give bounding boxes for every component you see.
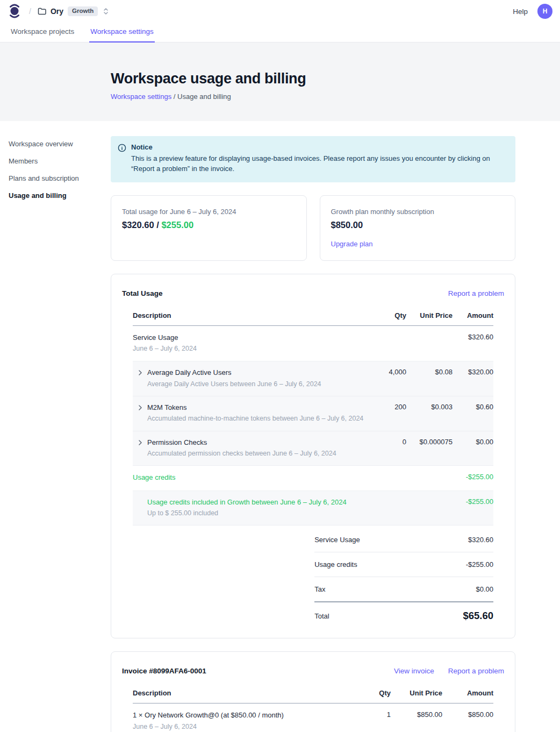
workspace-switcher[interactable]: Ory Growth xyxy=(38,6,109,16)
table-row-service-usage: Service Usage June 6 – July 6, 2024 $320… xyxy=(133,326,493,362)
workspace-tabs: Workspace projects Workspace settings xyxy=(0,23,560,42)
usage-table-header: Description Qty Unit Price Amount xyxy=(133,311,493,326)
chevron-updown-icon xyxy=(103,8,109,15)
usage-credit-value: $255.00 xyxy=(161,220,193,230)
panel-title: Total Usage xyxy=(122,289,163,297)
summary-row-tax: Tax $0.00 xyxy=(314,577,493,602)
summary-row-usage-credits: Usage credits -$255.00 xyxy=(314,552,493,577)
breadcrumb-current: Usage and billing xyxy=(177,93,231,101)
notice-body: This is a preview feature for displaying… xyxy=(131,154,507,174)
summary-row-service-usage: Service Usage $320.60 xyxy=(314,528,493,552)
table-row-m2m-tokens: M2M Tokens Accumulated machine-to-machin… xyxy=(133,396,493,431)
info-icon xyxy=(118,143,126,174)
subscription-label: Growth plan monthly subscription xyxy=(331,208,505,216)
preview-notice: Notice This is a preview feature for dis… xyxy=(111,136,515,182)
folder-icon xyxy=(38,8,46,15)
breadcrumb-separator: / xyxy=(174,93,177,101)
usage-summary: Service Usage $320.60 Usage credits -$25… xyxy=(314,528,493,624)
total-usage-card: Total usage for June 6 – July 6, 2024 $3… xyxy=(111,195,307,261)
sidebar-item-plans-subscription[interactable]: Plans and subscription xyxy=(9,174,105,184)
total-usage-label: Total usage for June 6 – July 6, 2024 xyxy=(122,208,296,216)
main-content: Notice This is a preview feature for dis… xyxy=(111,136,515,732)
total-usage-value: $320.60 / $255.00 xyxy=(122,220,296,230)
total-usage-panel: Total Usage Report a problem Description… xyxy=(111,274,515,639)
help-link[interactable]: Help xyxy=(513,8,528,16)
table-row-usage-credits: Usage credits -$255.00 xyxy=(133,466,493,491)
top-bar: / Ory Growth Help H xyxy=(0,0,560,23)
breadcrumb-separator: / xyxy=(29,7,31,16)
report-problem-link[interactable]: Report a problem xyxy=(448,667,504,675)
invoice-title: Invoice #8099AFA6-0001 xyxy=(122,667,206,675)
ory-logo-icon[interactable] xyxy=(8,3,21,19)
settings-sidenav: Workspace overview Members Plans and sub… xyxy=(0,136,111,732)
tab-workspace-settings[interactable]: Workspace settings xyxy=(89,23,155,42)
sidebar-item-workspace-overview[interactable]: Workspace overview xyxy=(9,139,105,150)
page-title: Workspace usage and billing xyxy=(111,70,560,87)
breadcrumb-settings-link[interactable]: Workspace settings xyxy=(111,93,171,101)
upgrade-plan-link[interactable]: Upgrade plan xyxy=(331,240,373,248)
invoice-panel: Invoice #8099AFA6-0001 View invoice Repo… xyxy=(111,651,515,732)
tab-workspace-projects[interactable]: Workspace projects xyxy=(10,23,75,42)
report-problem-link[interactable]: Report a problem xyxy=(448,289,504,297)
breadcrumb: Workspace settings / Usage and billing xyxy=(111,93,560,101)
table-row-average-daily-active-users: Average Daily Active Users Average Daily… xyxy=(133,361,493,396)
expand-chevron-icon[interactable] xyxy=(133,368,147,389)
avatar[interactable]: H xyxy=(537,4,552,19)
sidebar-item-usage-billing[interactable]: Usage and billing xyxy=(9,191,105,201)
table-row-permission-checks: Permission Checks Accumulated permission… xyxy=(133,431,493,466)
sidebar-item-members[interactable]: Members xyxy=(9,157,105,167)
expand-chevron-icon[interactable] xyxy=(133,438,147,459)
page-header: Workspace usage and billing Workspace se… xyxy=(0,42,560,121)
workspace-plan-badge: Growth xyxy=(68,6,98,16)
invoice-table-header: Description Qty Unit Price Amount xyxy=(133,689,493,703)
view-invoice-link[interactable]: View invoice xyxy=(394,667,434,675)
subscription-value: $850.00 xyxy=(331,220,505,230)
workspace-name: Ory xyxy=(51,7,63,16)
expand-chevron-icon[interactable] xyxy=(133,403,147,424)
notice-title: Notice xyxy=(131,143,507,151)
table-row-usage-credits-detail: Usage credits included in Growth between… xyxy=(133,491,493,526)
subscription-card: Growth plan monthly subscription $850.00… xyxy=(320,195,516,261)
invoice-line-item: 1 × Ory Network Growth@0 (at $850.00 / m… xyxy=(133,703,493,732)
summary-row-total: Total $65.60 xyxy=(314,602,493,624)
